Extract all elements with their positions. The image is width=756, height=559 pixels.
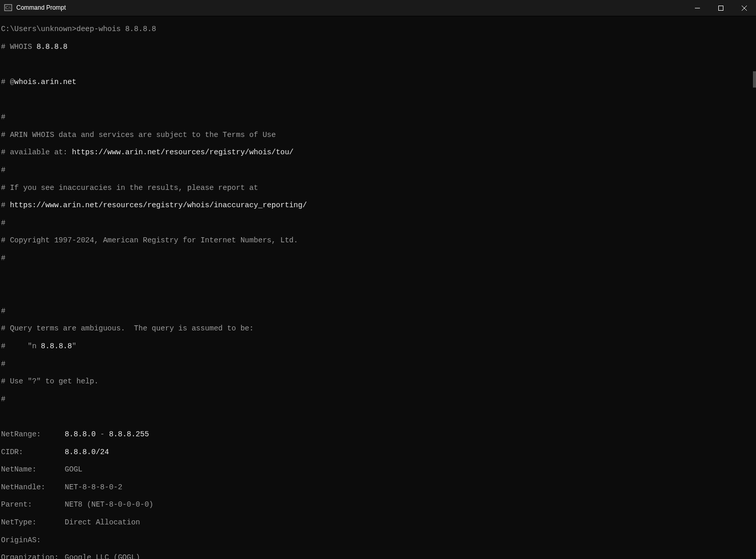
blank-line	[1, 289, 755, 298]
inaccuracy-url: https://www.arin.net/resources/registry/…	[10, 201, 307, 209]
query-ambig-line: # Query terms are ambiguous. The query i…	[1, 324, 755, 333]
blank-line	[1, 272, 755, 281]
netrange-label: NetRange:	[1, 430, 65, 439]
whois-header: # WHOIS 8.8.8.8	[1, 43, 755, 51]
blank-line	[1, 96, 755, 104]
arin-tou-line: # available at: https://www.arin.net/res…	[1, 148, 755, 157]
organization-label: Organization:	[1, 553, 65, 559]
netrange-line: NetRange:8.8.8.0 - 8.8.8.255	[1, 430, 755, 439]
nettype-line: NetType:Direct Allocation	[1, 518, 755, 527]
prompt-command: deep-whois 8.8.8.8	[76, 25, 156, 33]
maximize-button[interactable]	[709, 0, 733, 16]
nethandle-line: NetHandle:NET-8-8-8-0-2	[1, 483, 755, 492]
nettype-label: NetType:	[1, 518, 65, 527]
hash-line: #	[1, 219, 755, 228]
query-n-line: # "n 8.8.8.8"	[1, 342, 755, 351]
tou-url: https://www.arin.net/resources/registry/…	[72, 148, 293, 156]
parent-line: Parent:NET8 (NET-8-0-0-0-0)	[1, 500, 755, 509]
titlebar-left: C:\ Command Prompt	[0, 4, 66, 12]
minimize-button[interactable]	[686, 0, 709, 16]
window-title: Command Prompt	[16, 4, 66, 12]
svg-rect-3	[719, 6, 723, 10]
arin-copyright-line: # Copyright 1997-2024, American Registry…	[1, 236, 755, 245]
blank-line	[1, 412, 755, 421]
svg-text:C:\: C:\	[6, 6, 11, 10]
hash-line: #	[1, 307, 755, 316]
window-controls	[686, 0, 756, 16]
cmd-icon: C:\	[4, 4, 12, 12]
netname-line: NetName:GOGL	[1, 465, 755, 474]
hash-line: #	[1, 395, 755, 404]
netname-label: NetName:	[1, 465, 65, 474]
arin-inacc-url-line: # https://www.arin.net/resources/registr…	[1, 201, 755, 210]
parent-label: Parent:	[1, 500, 65, 509]
close-button[interactable]	[733, 0, 756, 16]
originas-label: OriginAS:	[1, 536, 65, 545]
query-help-line: # Use "?" to get help.	[1, 377, 755, 386]
nethandle-label: NetHandle:	[1, 483, 65, 492]
arin-terms-line: # ARIN WHOIS data and services are subje…	[1, 131, 755, 139]
organization-line: Organization:Google LLC (GOGL)	[1, 553, 755, 559]
whois-server: whois.arin.net	[14, 78, 76, 86]
prompt-line: C:\Users\unknown>deep-whois 8.8.8.8	[1, 25, 755, 34]
cidr-line: CIDR:8.8.8.0/24	[1, 448, 755, 457]
arin-inacc-line: # If you see inaccuracies in the results…	[1, 184, 755, 192]
hash-line: #	[1, 166, 755, 175]
hash-line: #	[1, 360, 755, 369]
whois-ip: 8.8.8.8	[37, 43, 68, 51]
terminal-output[interactable]: C:\Users\unknown>deep-whois 8.8.8.8 # WH…	[0, 16, 756, 559]
hash-line: #	[1, 254, 755, 263]
whois-server-line: # @whois.arin.net	[1, 78, 755, 87]
scrollbar-thumb[interactable]	[753, 71, 756, 88]
prompt-path: C:\Users\unknown>	[1, 25, 76, 33]
originas-line: OriginAS:	[1, 536, 755, 545]
blank-line	[1, 60, 755, 69]
cidr-label: CIDR:	[1, 448, 65, 457]
window-titlebar: C:\ Command Prompt	[0, 0, 756, 16]
hash-line: #	[1, 113, 755, 122]
